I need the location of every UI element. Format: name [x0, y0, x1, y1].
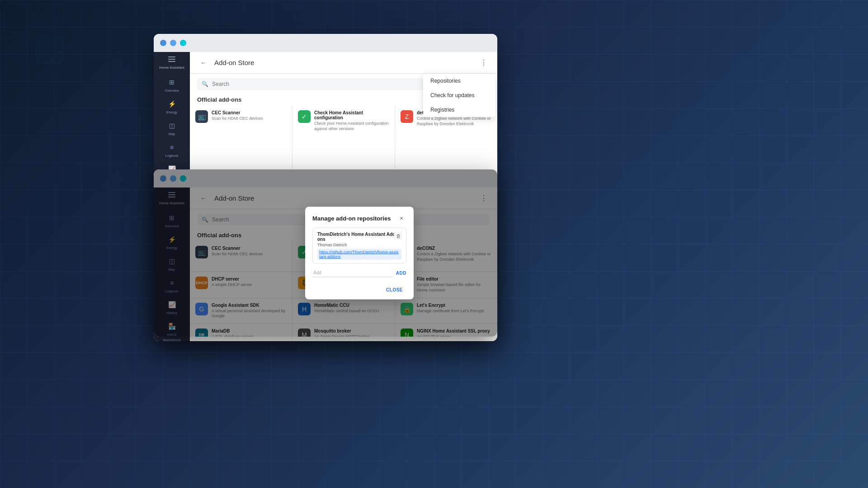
sidebar-label-overview: Overview: [165, 89, 179, 93]
sidebar-username: BlackWizard: [163, 338, 181, 341]
sidebar-item-map[interactable]: ◫ Map: [157, 118, 186, 139]
sidebar-menu-toggle[interactable]: [164, 56, 180, 62]
overview-icon: ⊞: [167, 77, 177, 87]
dropdown-item-check-updates[interactable]: Check for updates: [423, 88, 495, 103]
dialog-close-footer-button[interactable]: CLOSE: [382, 286, 406, 294]
search-icon: 🔍: [202, 81, 208, 87]
svg-rect-3: [5, 36, 32, 63]
sidebar-label-map: Map: [169, 132, 175, 136]
add-repo-button[interactable]: ADD: [396, 270, 406, 275]
back-button[interactable]: ←: [197, 56, 210, 69]
svg-rect-4: [36, 36, 63, 63]
sidebar-label-logbook: Logbook: [165, 154, 179, 158]
dialog-title: Manage add-on repositories: [312, 215, 391, 221]
sidebar-item-logbook[interactable]: ≡ Logbook: [157, 140, 186, 160]
svg-rect-0: [5, 5, 32, 32]
addon-desc-check-ha: Check your Home Assistant configuration …: [314, 121, 389, 131]
top-nav: ← Add-on Store ⋮ Repositories Check for …: [190, 52, 497, 74]
page-title: Add-on Store: [214, 59, 473, 66]
window-maximize-dot[interactable]: [180, 40, 186, 46]
dialog-close-button[interactable]: ×: [396, 213, 406, 223]
addon-desc-cec: Scan for HDMI CEC devices: [212, 116, 263, 122]
add-repo-input[interactable]: [312, 268, 392, 277]
map-icon: ◫: [167, 121, 177, 131]
dialog-footer: CLOSE: [305, 283, 414, 300]
addon-icon-check: ✓: [298, 110, 311, 123]
svg-rect-5: [168, 56, 175, 57]
window-close-dot[interactable]: [160, 40, 166, 46]
dropdown-item-repositories[interactable]: Repositories: [423, 74, 495, 88]
repo-entry: ThomDietrich's Home Assistant Add-ons Th…: [312, 228, 406, 264]
addon-icon-cec: 📺: [195, 110, 208, 123]
repo-author: Thomas Dietrich: [317, 243, 401, 247]
dialog-header: Manage add-on repositories ×: [305, 207, 414, 228]
addon-name-check-ha: Check Home Assistant configuration: [314, 110, 389, 120]
dropdown-menu: Repositories Check for updates Registrie…: [423, 74, 495, 117]
svg-rect-6: [168, 59, 175, 60]
svg-rect-7: [168, 61, 175, 62]
sidebar-item-overview[interactable]: ⊞ Overview: [157, 75, 186, 95]
addon-icon-deconz: Z: [401, 110, 413, 123]
window-minimize-dot[interactable]: [170, 40, 176, 46]
more-options-button[interactable]: ⋮: [477, 56, 490, 69]
repo-delete-button[interactable]: 🗑: [394, 232, 402, 240]
energy-icon: ⚡: [167, 99, 177, 109]
logbook-icon: ≡: [167, 142, 177, 152]
browser-titlebar: [154, 34, 497, 52]
sidebar-label-energy: Energy: [166, 110, 177, 114]
svg-rect-2: [68, 5, 95, 32]
repo-url[interactable]: https://github.com/ThomDietrich/home-ass…: [317, 249, 401, 260]
dropdown-item-registries[interactable]: Registries: [423, 103, 495, 117]
repo-name: ThomDietrich's Home Assistant Add-ons: [317, 232, 401, 242]
dialog-body: ThomDietrich's Home Assistant Add-ons Th…: [305, 228, 414, 283]
addon-name-cec: CEC Scanner: [212, 110, 263, 115]
sidebar-item-energy[interactable]: ⚡ Energy: [157, 96, 186, 117]
add-repo-row: ADD: [312, 268, 406, 277]
manage-repositories-dialog: Manage add-on repositories × ThomDietric…: [305, 207, 414, 300]
sidebar-brand: Home Assistant: [157, 64, 186, 75]
svg-rect-1: [36, 5, 63, 32]
addon-desc-deconz: Control a Zigbee network with Conbee or …: [417, 116, 492, 127]
